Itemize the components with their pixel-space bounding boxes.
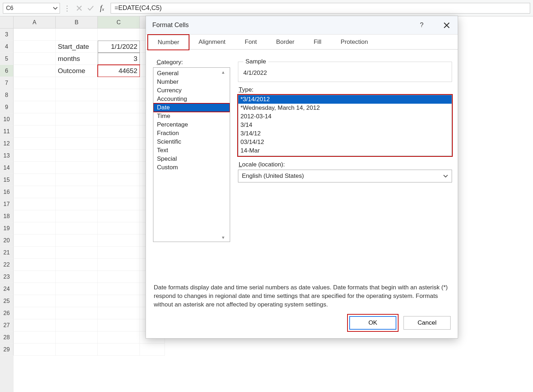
formula-input[interactable]: =EDATE(C4,C5) <box>111 3 530 14</box>
cell[interactable] <box>56 210 98 222</box>
category-list[interactable]: General Number Currency Accounting Date … <box>153 67 230 242</box>
cell[interactable] <box>56 307 98 319</box>
tab-protection[interactable]: Protection <box>331 35 378 49</box>
row-header[interactable]: 25 <box>0 295 14 307</box>
cell[interactable] <box>14 283 56 295</box>
select-all-corner[interactable] <box>0 16 14 29</box>
chevron-down-icon[interactable] <box>443 174 448 179</box>
type-item[interactable]: 3/14 <box>238 121 452 129</box>
tab-font[interactable]: Font <box>235 35 266 49</box>
cell[interactable] <box>98 222 140 234</box>
cell[interactable] <box>14 319 56 331</box>
row-header[interactable]: 5 <box>0 53 14 65</box>
cell[interactable] <box>56 295 98 307</box>
insert-function-icon[interactable]: fx <box>97 3 107 13</box>
cell[interactable] <box>98 174 140 186</box>
row-header[interactable]: 7 <box>0 77 14 89</box>
category-item-fraction[interactable]: Fraction <box>153 129 230 138</box>
category-item-percentage[interactable]: Percentage <box>153 120 230 129</box>
scroll-down-icon[interactable]: ▾ <box>222 234 229 240</box>
row-header[interactable]: 14 <box>0 162 14 174</box>
cell[interactable] <box>98 89 140 101</box>
cell-C4[interactable]: 1/1/2022 <box>98 41 140 53</box>
cell[interactable] <box>56 186 98 198</box>
row-header[interactable]: 23 <box>0 271 14 283</box>
category-item-text[interactable]: Text <box>153 146 230 155</box>
cell[interactable] <box>14 174 56 186</box>
cell[interactable] <box>56 89 98 101</box>
cell[interactable] <box>98 307 140 319</box>
cell[interactable] <box>98 259 140 271</box>
cell[interactable] <box>98 113 140 125</box>
cell[interactable] <box>56 198 98 210</box>
cell[interactable] <box>98 295 140 307</box>
cell[interactable] <box>98 138 140 150</box>
cell[interactable] <box>56 138 98 150</box>
cell[interactable] <box>14 198 56 210</box>
cell[interactable] <box>56 271 98 283</box>
cell[interactable] <box>14 41 56 53</box>
cell[interactable] <box>56 344 98 356</box>
category-item-currency[interactable]: Currency <box>153 86 230 95</box>
type-item[interactable]: 03/14/12 <box>238 138 452 146</box>
cell[interactable] <box>56 259 98 271</box>
row-header[interactable]: 17 <box>0 198 14 210</box>
cell[interactable] <box>98 344 140 356</box>
cell[interactable] <box>98 319 140 331</box>
category-item-time[interactable]: Time <box>153 112 230 120</box>
cell[interactable] <box>98 283 140 295</box>
type-list[interactable]: *3/14/2012 *Wednesday, March 14, 2012 20… <box>238 95 452 156</box>
cell[interactable] <box>98 186 140 198</box>
row-header[interactable]: 6 <box>0 65 14 77</box>
row-header[interactable]: 11 <box>0 125 14 138</box>
cell[interactable] <box>14 65 56 77</box>
cell[interactable] <box>14 101 56 113</box>
cell[interactable] <box>56 125 98 138</box>
cell[interactable] <box>14 53 56 65</box>
row-header[interactable]: 16 <box>0 186 14 198</box>
cell-B4[interactable]: Start_date <box>56 41 98 53</box>
cell[interactable] <box>14 331 56 344</box>
category-item-custom[interactable]: Custom <box>153 163 230 172</box>
cell[interactable] <box>14 29 56 41</box>
scroll-up-icon[interactable]: ▴ <box>222 69 229 75</box>
category-item-accounting[interactable]: Accounting <box>153 95 230 103</box>
row-header[interactable]: 9 <box>0 101 14 113</box>
cell[interactable] <box>98 125 140 138</box>
row-header[interactable]: 24 <box>0 283 14 295</box>
category-item-date[interactable]: Date <box>153 103 230 112</box>
cell-C5[interactable]: 3 <box>98 53 140 65</box>
scrollbar[interactable]: ▴ ▾ <box>222 69 229 240</box>
tab-border[interactable]: Border <box>266 35 304 49</box>
cell[interactable] <box>14 344 56 356</box>
cell[interactable] <box>98 101 140 113</box>
cell[interactable] <box>56 331 98 344</box>
type-item[interactable]: *3/14/2012 <box>238 95 452 104</box>
column-header[interactable]: A <box>14 16 56 29</box>
cell[interactable] <box>140 344 165 356</box>
row-header[interactable]: 27 <box>0 319 14 331</box>
cell[interactable] <box>14 307 56 319</box>
cell[interactable] <box>14 162 56 174</box>
row-header[interactable]: 3 <box>0 29 14 41</box>
tab-alignment[interactable]: Alignment <box>189 35 235 49</box>
cell-B5[interactable]: months <box>56 53 98 65</box>
name-box[interactable]: C6 <box>3 3 60 14</box>
cell[interactable] <box>14 247 56 259</box>
cell[interactable] <box>14 295 56 307</box>
cancel-icon[interactable] <box>74 3 84 13</box>
row-header[interactable]: 21 <box>0 247 14 259</box>
cell[interactable] <box>56 174 98 186</box>
cell[interactable] <box>98 331 140 344</box>
cell[interactable] <box>56 222 98 234</box>
cell[interactable] <box>14 138 56 150</box>
column-header[interactable]: B <box>56 16 98 29</box>
cell[interactable] <box>14 210 56 222</box>
cell[interactable] <box>14 259 56 271</box>
cell[interactable] <box>56 234 98 247</box>
cell[interactable] <box>98 247 140 259</box>
row-header[interactable]: 28 <box>0 331 14 344</box>
cell[interactable] <box>56 283 98 295</box>
row-header[interactable]: 4 <box>0 41 14 53</box>
column-header[interactable]: C <box>98 16 140 29</box>
